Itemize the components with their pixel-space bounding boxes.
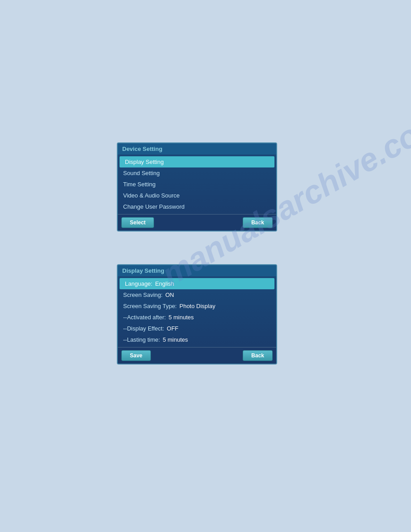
- back-button-panel2[interactable]: Back: [243, 350, 273, 361]
- lasting-time-value: 5 minutes: [163, 336, 188, 343]
- menu-item-change-password[interactable]: Change User Password: [118, 201, 276, 212]
- setting-row-activated-after[interactable]: --Activated after: 5 minutes: [118, 312, 276, 323]
- setting-row-display-effect[interactable]: --Display Effect: OFF: [118, 323, 276, 334]
- menu-item-video-audio-source[interactable]: Video & Audio Source: [118, 190, 276, 201]
- menu-item-time-setting[interactable]: Time Setting: [118, 179, 276, 190]
- screen-saving-label: Screen Saving:: [123, 292, 163, 298]
- language-value: English: [155, 280, 174, 287]
- menu-item-sound-setting[interactable]: Sound Setting: [118, 167, 276, 179]
- device-setting-panel: Device Setting Display Setting Sound Set…: [117, 142, 277, 232]
- panel1-button-bar: Select Back: [118, 214, 276, 231]
- activated-after-value: 5 minutes: [168, 314, 193, 321]
- screen-saving-type-value: Photo Display: [180, 303, 215, 309]
- display-setting-panel: Display Setting Language: English Screen…: [117, 264, 277, 365]
- menu-item-display-setting[interactable]: Display Setting: [120, 156, 274, 167]
- screen-saving-type-label: Screen Saving Type:: [123, 303, 177, 309]
- activated-after-label: --Activated after:: [123, 314, 166, 321]
- setting-row-lasting-time[interactable]: --Lasting time: 5 minutes: [118, 334, 276, 345]
- lasting-time-label: --Lasting time:: [123, 336, 160, 343]
- select-button[interactable]: Select: [121, 217, 154, 228]
- screen-saving-value: ON: [165, 292, 174, 298]
- setting-row-screen-saving[interactable]: Screen Saving: ON: [118, 289, 276, 300]
- panel2-button-bar: Save Back: [118, 347, 276, 364]
- device-setting-title: Device Setting: [118, 143, 276, 154]
- display-setting-title: Display Setting: [118, 265, 276, 276]
- save-button[interactable]: Save: [121, 350, 151, 361]
- language-label: Language:: [125, 280, 152, 287]
- back-button-panel1[interactable]: Back: [243, 217, 273, 228]
- setting-row-screen-saving-type[interactable]: Screen Saving Type: Photo Display: [118, 300, 276, 312]
- display-effect-label: --Display Effect:: [123, 325, 164, 332]
- setting-row-language[interactable]: Language: English: [120, 278, 274, 289]
- display-effect-value: OFF: [167, 325, 179, 332]
